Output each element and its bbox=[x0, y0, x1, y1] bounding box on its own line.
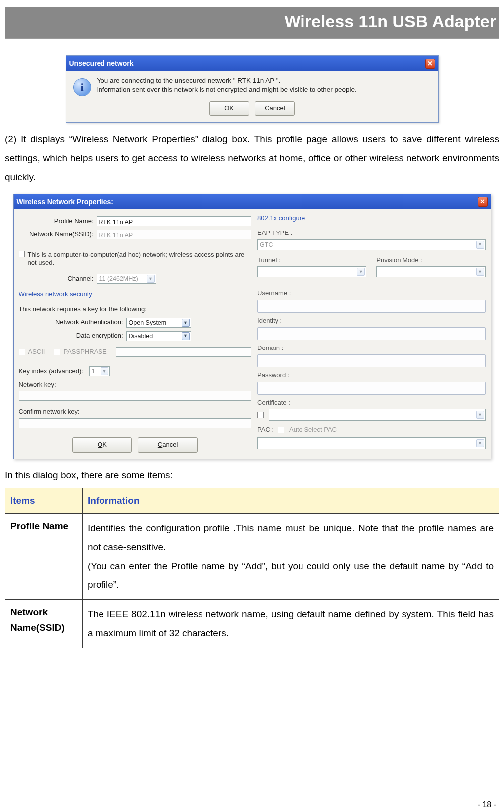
ascii-label: ASCII bbox=[28, 348, 45, 355]
domain-input bbox=[257, 354, 485, 367]
enc-label: Data encryption: bbox=[19, 331, 123, 341]
header-title: Wireless 11n USB Adapter bbox=[5, 7, 499, 38]
channel-label: Channel: bbox=[19, 274, 94, 284]
chevron-down-icon[interactable]: ▼ bbox=[182, 332, 190, 340]
cancel-button[interactable]: Cancel bbox=[138, 437, 198, 453]
ok-button[interactable]: OK bbox=[209, 101, 249, 116]
dialog1-message-line2: Information sent over this network is no… bbox=[97, 85, 357, 94]
ascii-checkbox bbox=[19, 349, 25, 355]
confirmkey-input bbox=[19, 418, 252, 428]
table-header-items: Items bbox=[5, 488, 83, 514]
confirmkey-label: Confirm network key: bbox=[19, 407, 252, 417]
table-row: Profile Name Identifies the configuratio… bbox=[5, 514, 499, 600]
close-icon[interactable]: ✕ bbox=[425, 59, 435, 69]
chevron-down-icon: ▼ bbox=[147, 275, 155, 283]
privision-mode-label: Privision Mode : bbox=[376, 255, 485, 266]
profile-name-label: Profile Name: bbox=[19, 216, 94, 227]
ssid-input: RTK 11n AP bbox=[97, 230, 252, 239]
certificate-select: ▼ bbox=[269, 409, 485, 421]
info-icon: i bbox=[73, 78, 91, 96]
eap-type-select: GTC ▼ bbox=[257, 239, 485, 250]
table-row: Network Name(SSID) The IEEE 802.11n wire… bbox=[5, 600, 499, 648]
cancel-button[interactable]: Cancel bbox=[255, 101, 295, 116]
certificate-checkbox bbox=[257, 412, 264, 418]
dialog2-titlebar[interactable]: Wireless Network Properties: ✕ bbox=[14, 194, 491, 209]
dialog2-title: Wireless Network Properties: bbox=[17, 196, 113, 207]
identity-input bbox=[257, 327, 485, 340]
dot1x-group-label: 802.1x configure bbox=[257, 213, 485, 224]
table-cell-info: Identifies the configuration profile .Th… bbox=[83, 514, 499, 600]
dialog1-title: Unsecured network bbox=[69, 58, 134, 69]
enc-select[interactable]: Disabled ▼ bbox=[126, 331, 191, 341]
pac-label: PAC : bbox=[257, 425, 274, 435]
chevron-down-icon: ▼ bbox=[476, 241, 484, 249]
channel-select: 11 (2462MHz) ▼ bbox=[97, 274, 156, 284]
auto-select-pac-checkbox bbox=[278, 427, 284, 433]
tunnel-select: ▼ bbox=[257, 266, 366, 277]
ssid-label: Network Name(SSID): bbox=[19, 230, 94, 240]
auto-select-pac-label: Auto Select PAC bbox=[289, 425, 337, 435]
chevron-down-icon: ▼ bbox=[476, 439, 484, 447]
items-info-table: Items Information Profile Name Identifie… bbox=[5, 488, 499, 648]
dialog1-message-line1: You are connecting to the unsecured netw… bbox=[97, 76, 357, 85]
chevron-down-icon: ▼ bbox=[101, 367, 108, 375]
chevron-down-icon: ▼ bbox=[357, 268, 365, 276]
username-label: Username : bbox=[257, 288, 485, 299]
wireless-properties-dialog: Wireless Network Properties: ✕ Profile N… bbox=[13, 194, 491, 459]
privision-mode-select: ▼ bbox=[376, 266, 485, 277]
page-header: Wireless 11n USB Adapter bbox=[5, 7, 499, 39]
table-cell-info: The IEEE 802.11n wireless network name, … bbox=[83, 600, 499, 648]
passphrase-checkbox bbox=[54, 349, 60, 355]
certificate-label: Certificate : bbox=[257, 398, 485, 408]
chevron-down-icon: ▼ bbox=[476, 411, 484, 419]
page-number: - 18 - bbox=[478, 798, 496, 811]
chevron-down-icon[interactable]: ▼ bbox=[182, 319, 190, 327]
table-header-information: Information bbox=[83, 488, 499, 514]
paragraph-3: In this dialog box, there are some items… bbox=[5, 466, 499, 485]
dialog1-titlebar[interactable]: Unsecured network ✕ bbox=[66, 56, 438, 71]
tunnel-label: Tunnel : bbox=[257, 255, 366, 266]
passphrase-label: PASSPHRASE bbox=[63, 348, 106, 355]
netkey-label: Network key: bbox=[19, 380, 252, 390]
dialog1-message: You are connecting to the unsecured netw… bbox=[97, 76, 357, 94]
auth-select[interactable]: Open System ▼ bbox=[126, 318, 191, 328]
netkey-input bbox=[19, 391, 252, 401]
identity-label: Identity : bbox=[257, 316, 485, 326]
paragraph-2: (2) It displays “Wireless Network Proper… bbox=[5, 130, 499, 187]
keyindex-select: 1 ▼ bbox=[89, 366, 110, 376]
keyindex-label: Key index (advanced): bbox=[19, 366, 83, 377]
table-cell-item: Network Name(SSID) bbox=[5, 600, 83, 648]
username-input bbox=[257, 300, 485, 313]
chevron-down-icon: ▼ bbox=[476, 268, 484, 276]
password-input bbox=[257, 382, 485, 395]
unsecured-network-dialog: Unsecured network ✕ i You are connecting… bbox=[66, 55, 439, 122]
pac-select: ▼ bbox=[257, 437, 485, 449]
security-intro: This network requires a key for the foll… bbox=[19, 304, 252, 315]
table-cell-item: Profile Name bbox=[5, 514, 83, 600]
profile-name-input[interactable]: RTK 11n AP bbox=[97, 216, 252, 226]
adhoc-label: This is a computer-to-computer(ad hoc) n… bbox=[28, 251, 252, 267]
ok-button[interactable]: OK bbox=[72, 437, 132, 453]
password-label: Password : bbox=[257, 370, 485, 381]
close-icon[interactable]: ✕ bbox=[478, 197, 488, 207]
domain-label: Domain : bbox=[257, 343, 485, 353]
security-group-label: Wireless network security bbox=[19, 289, 252, 300]
passphrase-input bbox=[116, 347, 251, 357]
auth-label: Network Authentication: bbox=[19, 317, 123, 328]
adhoc-checkbox[interactable] bbox=[19, 251, 25, 257]
eap-type-label: EAP TYPE : bbox=[257, 228, 485, 238]
